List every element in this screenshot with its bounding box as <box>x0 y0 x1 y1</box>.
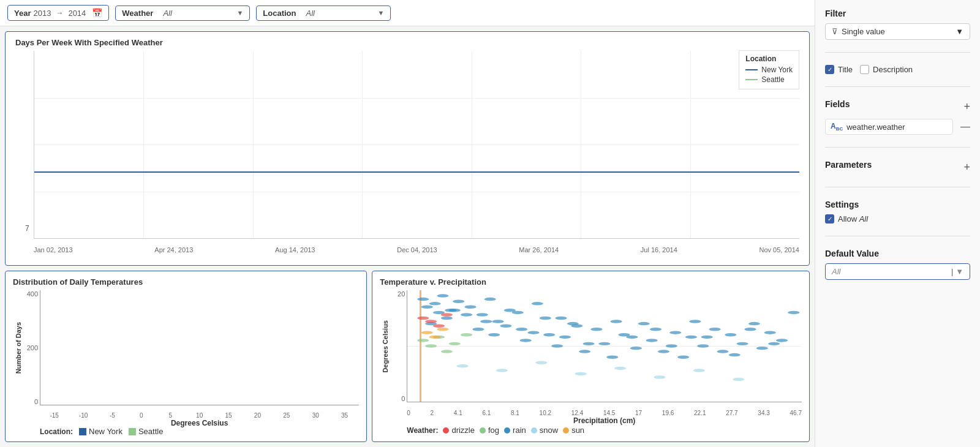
filter-section: Filter ⊽ Single value ▼ <box>825 9 970 40</box>
hist-legend-box-sea <box>129 428 136 435</box>
snow-dot-icon <box>531 427 537 434</box>
field-type-icon: ABC <box>831 122 843 132</box>
svg-point-47 <box>492 320 504 323</box>
main-content: Year 2013 → 2014 📅 Weather All ▼ Locatio… <box>0 0 815 447</box>
divider-5 <box>825 236 970 236</box>
location-value: All <box>306 9 374 18</box>
svg-point-73 <box>425 344 437 347</box>
svg-point-43 <box>453 299 464 302</box>
location-filter[interactable]: Location All ▼ <box>256 6 391 21</box>
default-value-dropdown[interactable]: All | ▼ <box>825 263 970 280</box>
svg-point-39 <box>417 298 429 301</box>
hist-y-200: 200 <box>27 344 38 351</box>
svg-point-44 <box>465 306 477 309</box>
svg-point-18 <box>591 328 603 331</box>
default-value-title: Default Value <box>825 249 970 258</box>
svg-point-77 <box>461 333 472 336</box>
parameters-section-title: Parameters <box>825 160 872 170</box>
scatter-y-axis-title: Degrees Celsius <box>382 320 389 373</box>
title-checkbox[interactable]: ✓ <box>825 65 834 74</box>
year-filter[interactable]: Year 2013 → 2014 📅 <box>7 5 109 21</box>
svg-point-17 <box>579 350 590 353</box>
x-label-5: Jul 16, 2014 <box>641 246 677 254</box>
histogram-chart: Distribution of Daily Temperatures Numbe… <box>5 271 367 442</box>
default-value-chevron-icon: ▼ <box>956 267 963 276</box>
weather-filter[interactable]: Weather All ▼ <box>115 6 250 21</box>
svg-point-23 <box>638 322 650 325</box>
svg-point-58 <box>666 344 677 347</box>
svg-point-7 <box>480 320 492 323</box>
year-arrow-icon: → <box>56 9 63 17</box>
filter-type-dropdown[interactable]: ⊽ Single value ▼ <box>825 23 970 40</box>
x-label-0: Jan 02, 2013 <box>34 246 73 254</box>
x-label-2: Aug 14, 2013 <box>275 246 315 254</box>
year-end: 2014 <box>68 9 86 18</box>
svg-point-75 <box>441 350 453 353</box>
svg-point-51 <box>543 333 555 336</box>
scatter-legend-label: Weather: <box>407 426 438 435</box>
field-remove-button[interactable]: — <box>960 121 970 132</box>
fog-dot-icon <box>480 427 486 434</box>
svg-point-0 <box>421 306 433 309</box>
svg-point-59 <box>690 320 701 323</box>
fields-add-button[interactable]: + <box>963 100 970 113</box>
hist-y-0: 0 <box>34 398 38 405</box>
settings-section-title: Settings <box>825 200 970 209</box>
bottom-charts: Distribution of Daily Temperatures Numbe… <box>5 271 810 442</box>
svg-point-5 <box>461 313 472 316</box>
svg-point-24 <box>646 339 658 342</box>
divider-4 <box>825 187 970 187</box>
svg-point-62 <box>745 328 756 331</box>
svg-point-46 <box>484 298 496 301</box>
svg-point-38 <box>788 311 799 314</box>
svg-point-54 <box>583 342 595 345</box>
svg-point-6 <box>473 328 484 331</box>
svg-point-65 <box>496 369 508 372</box>
svg-point-69 <box>654 375 666 378</box>
allow-all-checkmark-icon: ✓ <box>827 216 832 222</box>
year-label: Year <box>14 9 31 18</box>
svg-point-67 <box>575 372 587 375</box>
x-label-3: Dec 04, 2013 <box>397 246 437 254</box>
description-checkbox[interactable] <box>860 65 869 74</box>
scatter-legend-rain: rain <box>504 426 526 435</box>
svg-point-27 <box>677 355 689 358</box>
svg-point-29 <box>697 344 709 347</box>
scatter-legend-rain-label: rain <box>513 426 526 435</box>
parameters-add-button[interactable]: + <box>963 161 970 174</box>
x-label-6: Nov 05, 2014 <box>760 246 799 254</box>
ny-data-line <box>34 171 799 173</box>
year-start: 2013 <box>33 9 51 18</box>
grid-h-3 <box>34 192 799 192</box>
svg-point-50 <box>532 302 543 305</box>
svg-point-84 <box>441 313 453 316</box>
divider-1 <box>825 52 970 53</box>
svg-point-30 <box>709 328 721 331</box>
filter-type-value: Single value <box>842 27 956 36</box>
field-row: ABC weather.weather — <box>825 119 970 135</box>
svg-point-42 <box>445 309 456 312</box>
svg-point-33 <box>737 342 748 345</box>
svg-point-66 <box>536 361 548 364</box>
weather-label: Weather <box>122 9 153 18</box>
settings-section: Settings ✓ Allow All <box>825 200 970 224</box>
svg-point-55 <box>611 320 622 323</box>
svg-point-49 <box>516 328 527 331</box>
default-value-text: All <box>832 267 949 276</box>
location-chevron-icon: ▼ <box>377 9 384 17</box>
allow-all-checkbox[interactable]: ✓ <box>825 214 834 224</box>
scatter-legend-drizzle-label: drizzle <box>451 426 475 435</box>
svg-point-76 <box>449 342 461 345</box>
svg-point-61 <box>729 353 741 356</box>
svg-point-15 <box>559 336 571 339</box>
hist-legend-box-ny <box>79 428 86 435</box>
fields-section-title: Fields <box>825 99 850 109</box>
svg-point-57 <box>650 328 662 331</box>
grid-h-2 <box>34 145 799 145</box>
hist-legend-text-ny: New York <box>89 427 123 436</box>
svg-point-52 <box>556 317 567 320</box>
right-panel: Filter ⊽ Single value ▼ ✓ Title Descript… <box>815 0 980 447</box>
allow-all-label: Allow All <box>838 214 868 224</box>
svg-point-79 <box>429 336 441 339</box>
svg-point-53 <box>571 325 582 328</box>
